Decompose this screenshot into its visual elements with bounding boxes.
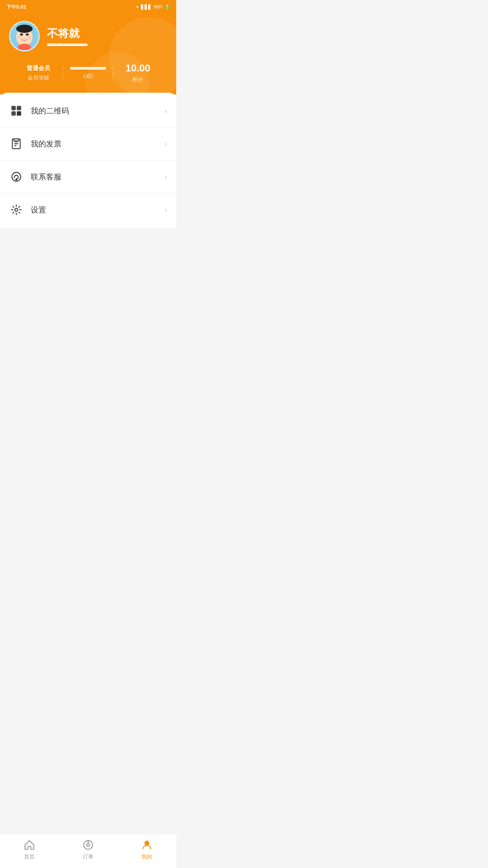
svg-point-6	[28, 36, 31, 39]
svg-point-3	[20, 33, 23, 36]
service-label: 联系客服	[31, 172, 164, 182]
svg-rect-18	[19, 114, 21, 115]
points-label: 积分	[132, 76, 143, 84]
invoice-label: 我的发票	[31, 139, 164, 149]
menu-list: 我的二维码 › 我的发票 ›	[0, 93, 176, 228]
points-value: 10.00	[126, 62, 150, 74]
profile-info: 不将就	[47, 26, 88, 46]
service-arrow: ›	[164, 172, 167, 182]
svg-rect-12	[18, 107, 19, 108]
bluetooth-icon: ✴	[136, 5, 139, 9]
stat-divider-2	[113, 65, 113, 81]
invoice-arrow: ›	[164, 139, 167, 149]
service-icon	[9, 170, 23, 184]
svg-rect-15	[17, 112, 19, 113]
svg-point-25	[15, 208, 18, 212]
invoice-svg	[10, 138, 22, 150]
status-bar: 下午5:01 ✴ ▋▋▋ WiFi 🔋	[0, 0, 176, 13]
svg-point-5	[18, 36, 21, 39]
svg-point-24	[16, 179, 17, 180]
profile-header: 不将就 普通会员 会员等级 UID 10.00 积分	[0, 13, 176, 97]
stats-row: 普通会员 会员等级 UID 10.00 积分	[9, 62, 167, 84]
qrcode-label: 我的二维码	[31, 106, 164, 116]
service-svg	[10, 171, 22, 183]
svg-rect-13	[13, 113, 14, 114]
avatar-image	[10, 22, 38, 50]
avatar[interactable]	[9, 21, 40, 52]
uid-bar	[70, 67, 106, 70]
qrcode-icon	[9, 104, 23, 118]
member-level-label: 会员等级	[28, 74, 49, 82]
uid-stat: UID	[63, 67, 113, 80]
menu-item-invoice[interactable]: 我的发票 ›	[0, 127, 176, 160]
battery-icon: 🔋	[164, 5, 170, 9]
svg-point-7	[18, 43, 31, 52]
svg-rect-11	[13, 107, 14, 108]
qrcode-arrow: ›	[164, 106, 167, 116]
menu-item-qrcode[interactable]: 我的二维码 ›	[0, 94, 176, 127]
status-time: 下午5:01	[6, 4, 26, 10]
content-area: 我的二维码 › 我的发票 ›	[0, 93, 176, 264]
settings-svg	[10, 204, 22, 216]
username-bar	[47, 43, 88, 46]
invoice-icon	[9, 137, 23, 151]
uid-label: UID	[84, 73, 93, 80]
settings-label: 设置	[31, 205, 164, 215]
svg-rect-17	[17, 114, 19, 115]
settings-icon	[9, 203, 23, 217]
points-stat: 10.00 积分	[113, 62, 163, 84]
status-icons: ✴ ▋▋▋ WiFi 🔋	[136, 5, 170, 9]
svg-point-2	[16, 24, 33, 33]
svg-point-4	[26, 33, 28, 36]
username: 不将就	[47, 26, 88, 41]
wifi-icon: WiFi	[154, 5, 163, 9]
member-level-value: 普通会员	[27, 64, 50, 72]
menu-item-service[interactable]: 联系客服 ›	[0, 160, 176, 193]
profile-row: 不将就	[9, 21, 167, 52]
signal-icon: ▋▋▋	[141, 5, 152, 9]
settings-arrow: ›	[164, 205, 167, 215]
svg-rect-16	[19, 112, 21, 113]
member-level-stat: 普通会员 会员等级	[14, 64, 63, 82]
menu-item-settings[interactable]: 设置 ›	[0, 193, 176, 226]
qrcode-svg	[10, 105, 22, 117]
avatar-svg	[10, 21, 38, 52]
